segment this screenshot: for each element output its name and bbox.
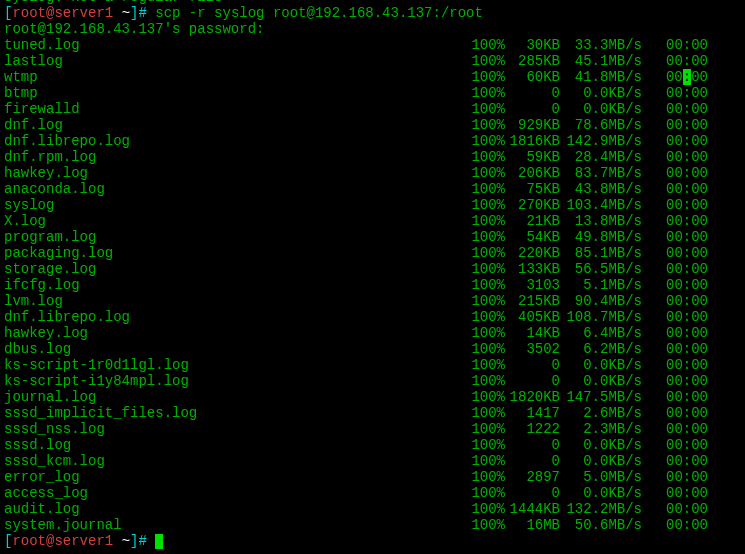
size: 0 [505,485,560,501]
file-name: access_log [4,485,469,501]
scp-progress-row: sssd_nss.log100%12222.3MB/s00:00 [4,421,741,437]
size: 1417 [505,405,560,421]
eta: 00:00 [642,405,708,421]
percent: 100% [469,101,505,117]
size: 0 [505,453,560,469]
rate: 5.1MB/s [560,277,642,293]
percent: 100% [469,469,505,485]
file-name: sssd_kcm.log [4,453,469,469]
file-name: tuned.log [4,37,469,53]
file-name: ks-script-1r0d1lgl.log [4,357,469,373]
prompt-cwd: ~ [113,5,130,21]
size: 0 [505,437,560,453]
size: 215KB [505,293,560,309]
rate: 0.0KB/s [560,85,642,101]
rate: 90.4MB/s [560,293,642,309]
eta: 00:00 [642,421,708,437]
scp-progress-row: program.log100%54KB49.8MB/s00:00 [4,229,741,245]
percent: 100% [469,373,505,389]
rate: 0.0KB/s [560,485,642,501]
scp-progress-row: dbus.log100%35026.2MB/s00:00 [4,341,741,357]
scp-progress-row: access_log100%00.0KB/s00:00 [4,485,741,501]
rate: 147.5MB/s [560,389,642,405]
scp-progress-row: tuned.log100%30KB33.3MB/s00:00 [4,37,741,53]
eta: 00:00 [642,261,708,277]
size: 929KB [505,117,560,133]
file-name: X.log [4,213,469,229]
command-text: scp -r syslog root@192.168.43.137:/root [155,5,483,21]
file-name: audit.log [4,501,469,517]
prompt-userhost: root@server1 [12,5,113,21]
eta: 00:00 [642,501,708,517]
rate: 41.8MB/s [560,69,642,85]
scp-progress-row: lastlog100%285KB45.1MB/s00:00 [4,53,741,69]
rate: 56.5MB/s [560,261,642,277]
eta: 00:00 [642,325,708,341]
file-name: storage.log [4,261,469,277]
eta: 00:00 [642,309,708,325]
eta: 00:00 [642,101,708,117]
scp-progress-row: sssd_kcm.log100%00.0KB/s00:00 [4,453,741,469]
eta: 00:00 [642,197,708,213]
scp-progress-row: error_log100%28975.0MB/s00:00 [4,469,741,485]
file-name: wtmp [4,69,469,85]
scp-progress-row: dnf.log100%929KB78.6MB/s00:00 [4,117,741,133]
rate: 45.1MB/s [560,53,642,69]
percent: 100% [469,357,505,373]
eta: 00:00 [642,149,708,165]
rate: 2.3MB/s [560,421,642,437]
prompt-line[interactable]: [root@server1 ~]# [4,533,741,549]
size: 30KB [505,37,560,53]
file-name: error_log [4,469,469,485]
percent: 100% [469,517,505,533]
scp-progress-row: syslog100%270KB103.4MB/s00:00 [4,197,741,213]
size: 0 [505,357,560,373]
file-name: packaging.log [4,245,469,261]
file-name: sssd.log [4,437,469,453]
eta: 00:00 [642,229,708,245]
eta: 00:00 [642,165,708,181]
scp-progress-row: firewalld100%00.0KB/s00:00 [4,101,741,117]
rate: 49.8MB/s [560,229,642,245]
scp-progress-row: audit.log100%1444KB132.2MB/s00:00 [4,501,741,517]
eta: 00:00 [642,469,708,485]
scp-progress-row: wtmp100%60KB41.8MB/s00:00 [4,69,741,85]
file-name: program.log [4,229,469,245]
percent: 100% [469,341,505,357]
rate: 50.6MB/s [560,517,642,533]
percent: 100% [469,453,505,469]
percent: 100% [469,277,505,293]
size: 1816KB [505,133,560,149]
file-name: dnf.librepo.log [4,133,469,149]
eta: 00:00 [642,357,708,373]
file-name: hawkey.log [4,165,469,181]
eta: 00:00 [642,453,708,469]
file-name: dbus.log [4,341,469,357]
file-name: sssd_implicit_files.log [4,405,469,421]
size: 133KB [505,261,560,277]
cursor [155,534,163,549]
scp-progress-row: system.journal100%16MB50.6MB/s00:00 [4,517,741,533]
eta: 00:00 [642,293,708,309]
scp-progress-row: anaconda.log100%75KB43.8MB/s00:00 [4,181,741,197]
percent: 100% [469,261,505,277]
percent: 100% [469,117,505,133]
scp-progress-row: lvm.log100%215KB90.4MB/s00:00 [4,293,741,309]
file-name: syslog [4,197,469,213]
rate: 13.8MB/s [560,213,642,229]
rate: 2.6MB/s [560,405,642,421]
size: 3502 [505,341,560,357]
terminal-output[interactable]: syslog: not a regular file[root@server1 … [4,0,741,549]
percent: 100% [469,389,505,405]
percent: 100% [469,309,505,325]
eta: 00:00 [642,245,708,261]
rate: 103.4MB/s [560,197,642,213]
percent: 100% [469,133,505,149]
size: 60KB [505,69,560,85]
size: 0 [505,85,560,101]
rate: 0.0KB/s [560,373,642,389]
eta: 00:00 [642,389,708,405]
percent: 100% [469,213,505,229]
size: 220KB [505,245,560,261]
rate: 28.4MB/s [560,149,642,165]
